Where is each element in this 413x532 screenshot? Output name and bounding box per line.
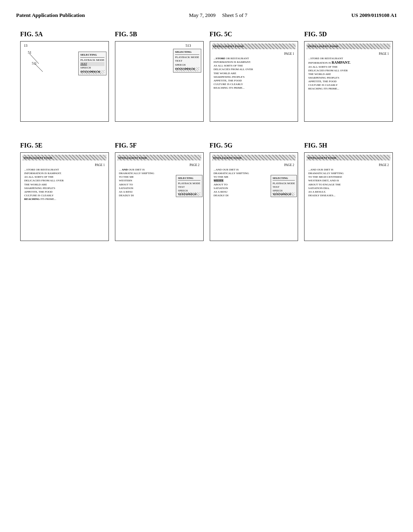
fig-5e-box: INTELLIGENT FOOD PAGE 1 ...STORE OR REST…	[20, 152, 109, 241]
fig-5e-page: PAGE 1	[24, 163, 105, 167]
fig-5f-box: INTELLIGENT FOOD PAGE 2 ... AND OUR DIET…	[115, 152, 204, 241]
western-bold-5g: WESTE	[214, 179, 224, 182]
menu-speech-5b[interactable]: SPEECH	[175, 63, 199, 67]
fig-5h-hatch: INTELLIGENT FOOD	[307, 155, 390, 160]
fig-5g-panel: FIG. 5G INTELLIGENT FOOD PAGE 2 ...AND O…	[210, 142, 298, 241]
menu-textspeech-5b[interactable]: TEXT/SPEECH	[175, 67, 199, 71]
fig-5c-page: PAGE 1	[214, 52, 294, 56]
fig-5e-text: ...STORE OR RESTAURANT INFORMATION IS RA…	[24, 168, 105, 201]
fig-5e-content: PAGE 1 ...STORE OR RESTAURANT INFORMATIO…	[23, 162, 106, 202]
ref-51: 51	[28, 50, 31, 54]
fig-5f-hatch-label: INTELLIGENT FOOD	[119, 156, 147, 159]
fig-5b-title: FIG. 5B	[115, 31, 204, 38]
fig-5g-page: PAGE 2	[214, 163, 294, 167]
fig-5d-hatch-label: INTELLIGENT FOOD	[308, 45, 338, 48]
fig-5c-hatch-label: INTELLIGENT FOOD	[213, 45, 244, 48]
fig-5e-hatch: INTELLIGENT FOOD	[23, 155, 106, 160]
fig-5c-panel: FIG. 5C INTELLIGENT FOOD PAGE 1 ...STORE…	[210, 31, 298, 122]
fig-5c-box: INTELLIGENT FOOD PAGE 1 ...STORE OR REST…	[210, 41, 298, 122]
fig-5f-menu[interactable]: SELECTING PLAYBACK MODE TEXT SPEECH TEXT…	[176, 175, 202, 197]
fig-5g-hatch: INTELLIGENT FOOD	[212, 155, 296, 160]
fig-5c-text: ...STORE OR RESTAURANT INFORMATION IS RA…	[214, 57, 294, 90]
menu-title-5f: SELECTING	[178, 176, 200, 181]
header-date: May 7, 2009	[189, 12, 215, 18]
menu-playback-5b[interactable]: PLAYBACK MODE	[175, 56, 199, 60]
bottom-row: FIG. 5E INTELLIGENT FOOD PAGE 1 ...STORE…	[16, 142, 397, 241]
menu-playback-5f[interactable]: PLAYBACK MODE	[178, 181, 200, 185]
fig-5d-panel: FIG. 5D INTELLIGENT FOOD PAGE 1 ...STORE…	[304, 31, 393, 122]
menu-text-5b[interactable]: TEXT	[175, 59, 199, 63]
fig-5d-hatch: INTELLIGENT FOOD	[307, 44, 390, 49]
menu-title-5b: SELECTING	[175, 50, 199, 55]
fig-5a-title: FIG. 5A	[20, 31, 109, 38]
ref-513: 513	[186, 44, 191, 48]
header-patent-number: US 2009/0119108 A1	[351, 12, 397, 19]
and-bold-5f: AND	[122, 168, 128, 171]
menu-playback-5g[interactable]: PLAYBACK MODE	[273, 181, 295, 185]
menu-speech-5g[interactable]: SPEECH	[273, 189, 295, 192]
ref-511: 511	[32, 62, 37, 65]
ref-13: 13	[24, 44, 27, 48]
menu-speech-5a[interactable]: SPEECH	[80, 66, 104, 70]
fig-5c-title: FIG. 5C	[210, 31, 298, 38]
fig-5h-text: ...AND OUR DIET IS DRAMATICALLY SHIFTING…	[308, 168, 389, 197]
fig-5f-panel: FIG. 5F INTELLIGENT FOOD PAGE 2 ... AND …	[115, 142, 204, 241]
fig-5f-title: FIG. 5F	[115, 142, 204, 149]
fig-5h-content: PAGE 2 ...AND OUR DIET IS DRAMATICALLY S…	[307, 162, 390, 199]
fig-5a-box: 13 51 511 SELECTING PLAYBACK MODE TEXT S…	[20, 41, 109, 122]
fig-5d-box: INTELLIGENT FOOD PAGE 1 ...STORE OR REST…	[304, 41, 393, 122]
menu-textspeech-5f[interactable]: TEXT/SPEECH	[178, 192, 200, 196]
fig-5d-page: PAGE 1	[308, 52, 389, 56]
fig-5h-hatch-label: INTELLIGENT FOOD	[308, 156, 336, 159]
fig-5g-menu[interactable]: SELECTING PLAYBACK MODE TEXT SPEECH TEXT…	[271, 175, 297, 197]
header-sheet: Sheet 5 of 7	[222, 12, 247, 18]
fig-5e-panel: FIG. 5E INTELLIGENT FOOD PAGE 1 ...STORE…	[20, 142, 109, 241]
fig-5b-panel: FIG. 5B 513 SELECTING PLAYBACK MODE TEXT…	[115, 31, 204, 122]
menu-speech-5f[interactable]: SPEECH	[178, 189, 200, 192]
top-row: FIG. 5A 13 51 511 SELECTING PLAYBACK MOD…	[16, 31, 397, 130]
menu-text-5g[interactable]: TEXT	[273, 185, 295, 189]
fig-5e-title: FIG. 5E	[20, 142, 109, 149]
fig-5g-title: FIG. 5G	[210, 142, 298, 149]
patent-page: Patent Application Publication May 7, 20…	[0, 0, 413, 532]
fig-5b-box: 513 SELECTING PLAYBACK MODE TEXT SPEECH …	[115, 41, 204, 122]
menu-title-5a: SELECTING	[80, 53, 104, 58]
fig-5b-menu[interactable]: SELECTING PLAYBACK MODE TEXT SPEECH TEXT…	[173, 49, 201, 73]
header-center: May 7, 2009 Sheet 5 of 7	[189, 12, 247, 19]
menu-textspeech-5a[interactable]: TEXT/SPEECH	[80, 70, 104, 74]
menu-textspeech-5g[interactable]: TEXT/SPEECH	[273, 192, 295, 196]
reaching-bold: REACHING	[24, 197, 40, 201]
menu-playback-5a[interactable]: PLAYBACK MODE	[80, 58, 104, 62]
fig-5g-hatch-label: INTELLIGENT FOOD	[213, 156, 242, 159]
fig-5f-hatch: INTELLIGENT FOOD	[117, 155, 201, 160]
menu-text-5f[interactable]: TEXT	[178, 185, 200, 189]
store-bold: STORE	[216, 57, 225, 60]
fig-5g-box: INTELLIGENT FOOD PAGE 2 ...AND OUR DIET …	[210, 152, 298, 241]
fig-5h-title: FIG. 5H	[304, 142, 393, 149]
page-header: Patent Application Publication May 7, 20…	[16, 12, 397, 19]
fig-5e-hatch-label: INTELLIGENT FOOD	[24, 156, 52, 159]
rampant-bold: RAMPANT.	[332, 60, 350, 64]
fig-5a-menu[interactable]: SELECTING PLAYBACK MODE TEXT SPEECH TEXT…	[78, 52, 106, 75]
fig-5h-panel: FIG. 5H INTELLIGENT FOOD PAGE 2 ...AND O…	[304, 142, 393, 241]
fig-5d-text: ...STORE OR RESTAURANT INFORMATION IS RA…	[308, 57, 389, 91]
header-publication-label: Patent Application Publication	[16, 12, 85, 19]
fig-5h-box: INTELLIGENT FOOD PAGE 2 ...AND OUR DIET …	[304, 152, 393, 241]
fig-5c-content: PAGE 1 ...STORE OR RESTAURANT INFORMATIO…	[212, 51, 296, 91]
fig-5d-title: FIG. 5D	[304, 31, 393, 38]
fig-5d-content: PAGE 1 ...STORE OR RESTAURANT INFORMATIO…	[307, 51, 390, 92]
fig-5h-page: PAGE 2	[308, 163, 389, 167]
fig-5f-page: PAGE 2	[119, 163, 200, 167]
menu-text-5a[interactable]: TEXT	[80, 62, 104, 66]
menu-title-5g: SELECTING	[273, 176, 295, 181]
fig-5c-hatch: INTELLIGENT FOOD	[212, 44, 296, 49]
fig-5a-panel: FIG. 5A 13 51 511 SELECTING PLAYBACK MOD…	[20, 31, 109, 122]
